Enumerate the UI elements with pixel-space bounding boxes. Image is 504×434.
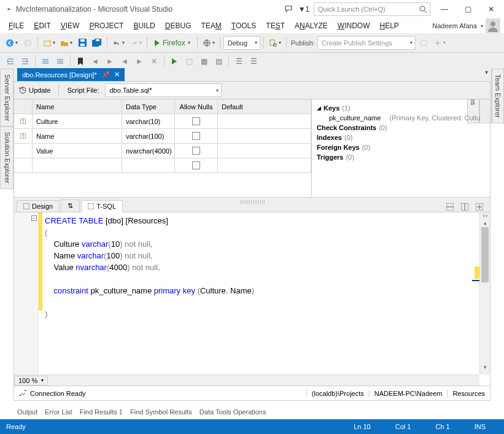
cell-default[interactable]	[218, 129, 311, 143]
cell-default[interactable]	[218, 114, 311, 128]
allow-nulls-checkbox[interactable]	[192, 132, 200, 140]
solution-config-combo[interactable]: Debug	[223, 36, 260, 50]
undo-button[interactable]	[110, 36, 126, 50]
close-tab-icon[interactable]: ✕	[114, 71, 120, 79]
table-row[interactable]: ⚿ Culture varchar(10)	[14, 114, 311, 129]
save-all-button[interactable]	[90, 36, 104, 50]
maximize-button[interactable]: ▢	[459, 2, 477, 17]
pk-node[interactable]: pk_culture_name (Primary Key, Clustered:…	[317, 113, 485, 123]
editor-bottom-bar: 100 %	[14, 374, 479, 386]
vertical-scrollbar[interactable]: ▭ ▴ ▾	[479, 212, 490, 374]
table-row[interactable]: Value nvarchar(4000)	[14, 144, 311, 158]
menu-project[interactable]: PROJECT	[84, 20, 128, 32]
start-debug-button[interactable]: Firefox ▾	[150, 36, 194, 50]
grid-header-row: Name Data Type Allow Nulls Default	[14, 99, 311, 114]
close-button[interactable]: ✕	[482, 2, 500, 17]
error-list-tab[interactable]: Error List	[45, 408, 72, 416]
cell-name[interactable]: Name	[33, 129, 122, 143]
menu-help[interactable]: HELP	[374, 20, 403, 32]
find-in-files-button[interactable]	[267, 36, 283, 50]
allow-nulls-checkbox[interactable]	[192, 161, 200, 169]
publish-settings-combo[interactable]: Create Publish Settings	[317, 36, 416, 50]
solution-explorer-tab[interactable]: Solution Explorer	[0, 126, 14, 189]
menu-edit[interactable]: EDIT	[29, 20, 55, 32]
col-header-name[interactable]: Name	[33, 99, 122, 114]
design-tab[interactable]: Design	[17, 200, 60, 212]
nav-forward-button[interactable]	[21, 36, 34, 50]
columns-grid[interactable]: Name Data Type Allow Nulls Default ⚿ Cul…	[14, 99, 312, 197]
redo-button[interactable]	[128, 36, 144, 50]
active-files-dropdown[interactable]: ▾	[485, 69, 488, 76]
open-button[interactable]	[58, 36, 74, 50]
col-header-nulls[interactable]: Allow Nulls	[175, 99, 218, 114]
outlining-collapse-icon[interactable]: −	[31, 215, 37, 221]
browser-link-button[interactable]	[201, 36, 217, 50]
menu-team[interactable]: TEAM	[196, 20, 226, 32]
find-results-1-tab[interactable]: Find Results 1	[80, 408, 123, 416]
pin-icon[interactable]: 📌	[102, 71, 109, 78]
menu-analyze[interactable]: ANALYZE	[290, 20, 333, 32]
output-tab[interactable]: Output	[17, 408, 37, 416]
swap-panes-button[interactable]: ⇅	[61, 200, 80, 212]
menu-view[interactable]: VIEW	[56, 20, 85, 32]
data-tools-operations-tab[interactable]: Data Tools Operations	[200, 408, 266, 416]
signed-in-user[interactable]: Nadeem Afana	[428, 22, 481, 29]
menu-tools[interactable]: TOOLS	[227, 20, 261, 32]
connection-database: Resources	[447, 390, 490, 397]
scroll-down-icon[interactable]: ▾	[480, 364, 490, 374]
team-explorer-tab[interactable]: Team Explorer	[492, 69, 504, 123]
menu-window[interactable]: WINDOW	[333, 20, 375, 32]
window-title: MvcInternationalization - Microsoft Visu…	[14, 5, 284, 14]
feedback-icon[interactable]	[284, 4, 294, 14]
script-file-combo[interactable]: dbo.Table.sql*	[105, 83, 222, 97]
save-button[interactable]	[76, 36, 89, 50]
minimize-button[interactable]: —	[435, 2, 454, 17]
cell-type[interactable]: nvarchar(4000)	[122, 144, 175, 158]
update-button[interactable]: Update	[19, 87, 50, 94]
cell-name[interactable]: Value	[33, 144, 122, 158]
menu-debug[interactable]: DEBUG	[160, 20, 196, 32]
menu-file[interactable]: FILE	[4, 20, 29, 32]
cell-type[interactable]: varchar(100)	[122, 129, 175, 143]
server-explorer-tab[interactable]: Server Explorer	[0, 69, 14, 126]
keys-node[interactable]: ◢Keys (1)	[317, 103, 485, 113]
table-row-new[interactable]	[14, 158, 311, 173]
sql-editor[interactable]: − CREATE TABLE [dbo].[Resources] ( Cultu…	[14, 212, 490, 386]
col-header-default[interactable]: Default	[218, 99, 311, 114]
notifications-icon[interactable]: ▼1	[299, 4, 309, 14]
publish-label: Publish:	[290, 39, 316, 47]
split-vertical-button[interactable]	[458, 200, 471, 214]
check-constraints-node[interactable]: Check Constraints (0)	[317, 123, 485, 133]
allow-nulls-checkbox[interactable]	[192, 117, 200, 125]
status-ins: INS	[462, 423, 498, 430]
col-header-type[interactable]: Data Type	[122, 99, 175, 114]
cell-name[interactable]: Culture	[33, 114, 122, 128]
status-col: Col 1	[383, 423, 424, 430]
avatar[interactable]	[486, 18, 500, 33]
indexes-node[interactable]: Indexes (0)	[317, 133, 485, 142]
menu-test[interactable]: TEST	[261, 20, 290, 32]
triggers-node[interactable]: Triggers (0)	[317, 152, 485, 162]
sql-content[interactable]: CREATE TABLE [dbo].[Resources] ( Culture…	[14, 212, 490, 322]
new-project-button[interactable]	[41, 36, 57, 50]
foreign-keys-node[interactable]: Foreign Keys (0)	[317, 142, 485, 152]
scroll-thumb[interactable]	[481, 227, 489, 282]
find-symbol-results-tab[interactable]: Find Symbol Results	[130, 408, 192, 416]
tsql-tab[interactable]: T-SQL	[81, 200, 123, 212]
zoom-combo[interactable]: 100 %	[14, 376, 48, 386]
cell-type[interactable]: varchar(10)	[122, 114, 175, 128]
cell-default[interactable]	[218, 144, 311, 158]
system-menu-icon[interactable]	[4, 4, 14, 14]
split-horizontal-button[interactable]	[443, 200, 457, 214]
publish-settings-button[interactable]	[432, 36, 448, 50]
allow-nulls-checkbox[interactable]	[192, 147, 200, 155]
menu-build[interactable]: BUILD	[128, 20, 160, 32]
publish-web-button[interactable]	[417, 36, 430, 50]
expand-pane-button[interactable]	[473, 200, 486, 214]
table-row[interactable]: ⚿ Name varchar(100)	[14, 129, 311, 144]
splitter-grip[interactable]	[240, 200, 265, 204]
search-icon[interactable]	[418, 4, 428, 14]
quick-launch-input[interactable]: Quick Launch (Ctrl+Q)	[314, 2, 430, 16]
document-tab[interactable]: dbo.Resources [Design]* 📌 ✕	[17, 68, 125, 81]
nav-back-button[interactable]	[4, 36, 20, 50]
